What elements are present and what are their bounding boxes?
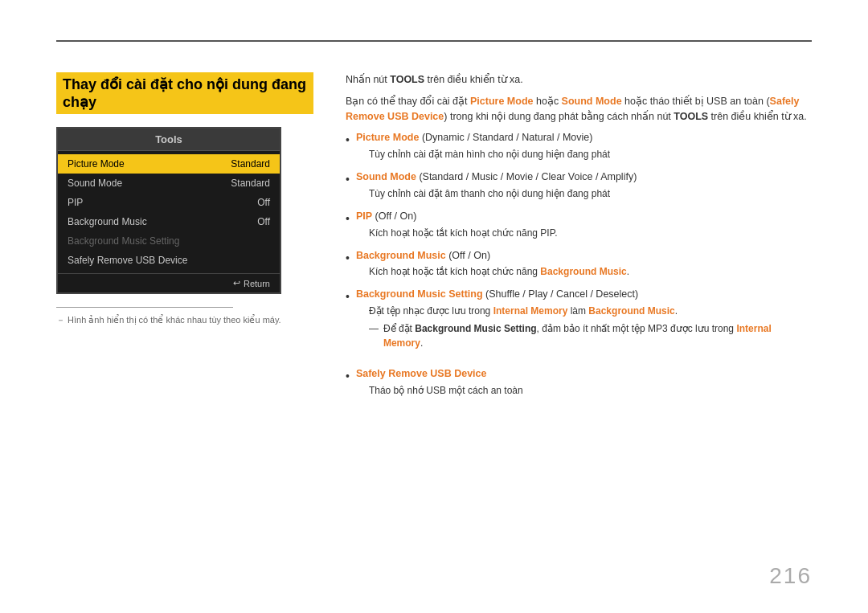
tools-bold-2: TOOLS xyxy=(674,111,708,122)
tools-bold-1: TOOLS xyxy=(390,74,424,85)
sound-mode-ref: Sound Mode xyxy=(562,96,622,107)
em-dash: ― xyxy=(369,321,379,350)
bullet-list: • Picture Mode (Dynamic / Standard / Nat… xyxy=(346,130,812,398)
bg-music-setting-ref: Background Music Setting xyxy=(415,323,536,334)
bg-music-ref2: Background Music xyxy=(588,305,674,317)
menu-item-value: Standard xyxy=(231,158,270,170)
top-border xyxy=(56,40,812,42)
pip-title: PIP xyxy=(356,210,372,222)
bg-music-setting-title: Background Music Setting xyxy=(356,288,483,300)
list-item: • Picture Mode (Dynamic / Standard / Nat… xyxy=(346,130,812,161)
menu-item-label: Background Music Setting xyxy=(68,235,179,247)
sound-mode-title: Sound Mode xyxy=(356,171,416,182)
menu-item-background-music-setting[interactable]: Background Music Setting xyxy=(58,231,280,251)
picture-mode-title: Picture Mode xyxy=(356,132,420,143)
tv-menu-items: Picture Mode Standard Sound Mode Standar… xyxy=(58,151,280,273)
picture-mode-options: (Dynamic / Standard / Natural / Movie) xyxy=(419,132,592,143)
picture-mode-ref: Picture Mode xyxy=(470,96,534,107)
internal-memory-ref1: Internal Memory xyxy=(493,305,568,317)
bg-music-title: Background Music xyxy=(356,250,446,261)
return-icon: ↩ xyxy=(233,278,240,288)
pip-sub: Kích hoạt hoặc tắt kích hoạt chức năng P… xyxy=(369,226,812,240)
bullet-content-sound-mode: Sound Mode (Standard / Music / Movie / C… xyxy=(356,170,812,201)
menu-item-value: Standard xyxy=(231,178,270,189)
menu-item-picture-mode[interactable]: Picture Mode Standard xyxy=(58,154,280,174)
left-divider xyxy=(56,307,233,308)
page-number: 216 xyxy=(769,563,812,589)
bullet-dot: • xyxy=(346,250,350,267)
bullet-content-safely-remove: Safely Remove USB Device Tháo bộ nhớ USB… xyxy=(356,366,812,398)
right-column: Nhấn nút TOOLS trên điều khiển từ xa. Bạ… xyxy=(346,72,812,406)
list-item: • Background Music Setting (Shuffle / Pl… xyxy=(346,287,812,358)
menu-item-label: Background Music xyxy=(68,216,147,227)
list-item: • Sound Mode (Standard / Music / Movie /… xyxy=(346,170,812,201)
menu-item-background-music[interactable]: Background Music Off xyxy=(58,212,280,231)
menu-item-label: PIP xyxy=(68,197,83,208)
bullet-content-bg-music: Background Music (Off / On) Kích hoạt ho… xyxy=(356,248,812,280)
sound-mode-options: (Standard / Music / Movie / Clear Voice … xyxy=(416,171,637,182)
list-item: • Background Music (Off / On) Kích hoạt … xyxy=(346,248,812,280)
tv-menu-title: Tools xyxy=(58,129,280,151)
bullet-dot: • xyxy=(346,288,350,305)
menu-item-value: Off xyxy=(257,197,270,208)
bg-music-options: (Off / On) xyxy=(446,250,490,261)
bullet-dot: • xyxy=(346,368,350,385)
bg-music-sub: Kích hoạt hoặc tắt kích hoạt chức năng B… xyxy=(369,264,812,279)
list-item: • Safely Remove USB Device Tháo bộ nhớ U… xyxy=(346,366,812,398)
tv-menu-box: Tools Picture Mode Standard Sound Mode S… xyxy=(56,127,281,294)
bg-music-ref: Background Music xyxy=(540,266,626,277)
bullet-content-picture-mode: Picture Mode (Dynamic / Standard / Natur… xyxy=(356,130,812,161)
pip-options: (Off / On) xyxy=(372,210,416,222)
picture-mode-sub: Tùy chỉnh cài đặt màn hình cho nội dung … xyxy=(369,147,812,161)
menu-item-label: Safely Remove USB Device xyxy=(68,255,187,266)
menu-item-label: Sound Mode xyxy=(68,178,122,189)
bg-music-setting-sub: Đặt tệp nhạc được lưu trong Internal Mem… xyxy=(369,304,812,318)
menu-item-value: Off xyxy=(257,216,270,227)
menu-item-label: Picture Mode xyxy=(68,158,125,170)
em-dash-text: Để đặt Background Music Setting, đảm bảo… xyxy=(383,321,812,350)
bullet-content-pip: PIP (Off / On) Kích hoạt hoặc tắt kích h… xyxy=(356,209,812,240)
bullet-dot: • xyxy=(346,132,350,149)
intro-text-1: Nhấn nút TOOLS trên điều khiển từ xa. xyxy=(346,72,812,88)
return-label: Return xyxy=(244,279,270,288)
list-item: • PIP (Off / On) Kích hoạt hoặc tắt kích… xyxy=(346,209,812,240)
bullet-content-bg-music-setting: Background Music Setting (Shuffle / Play… xyxy=(356,287,812,358)
bg-music-setting-options: (Shuffle / Play / Cancel / Deselect) xyxy=(483,288,639,300)
safely-remove-title: Safely Remove USB Device xyxy=(356,368,487,379)
left-column: Thay đổi cài đặt cho nội dung đang chạy … xyxy=(56,72,313,406)
menu-item-safely-remove[interactable]: Safely Remove USB Device xyxy=(58,251,280,270)
menu-item-sound-mode[interactable]: Sound Mode Standard xyxy=(58,174,280,193)
sound-mode-sub: Tùy chỉnh cài đặt âm thanh cho nội dung … xyxy=(369,186,812,201)
em-dash-note: ― Để đặt Background Music Setting, đảm b… xyxy=(369,321,812,350)
intro-text-2: Bạn có thể thay đổi cài đặt Picture Mode… xyxy=(346,94,812,125)
page-heading: Thay đổi cài đặt cho nội dung đang chạy xyxy=(56,72,313,114)
safely-remove-sub: Tháo bộ nhớ USB một cách an toàn xyxy=(369,383,812,398)
bullet-dot: • xyxy=(346,171,350,188)
bullet-dot: • xyxy=(346,210,350,227)
menu-item-pip[interactable]: PIP Off xyxy=(58,193,280,212)
footnote: － Hình ảnh hiển thị có thể khác nhau tùy… xyxy=(56,314,313,326)
tv-menu-footer: ↩ Return xyxy=(58,273,280,292)
